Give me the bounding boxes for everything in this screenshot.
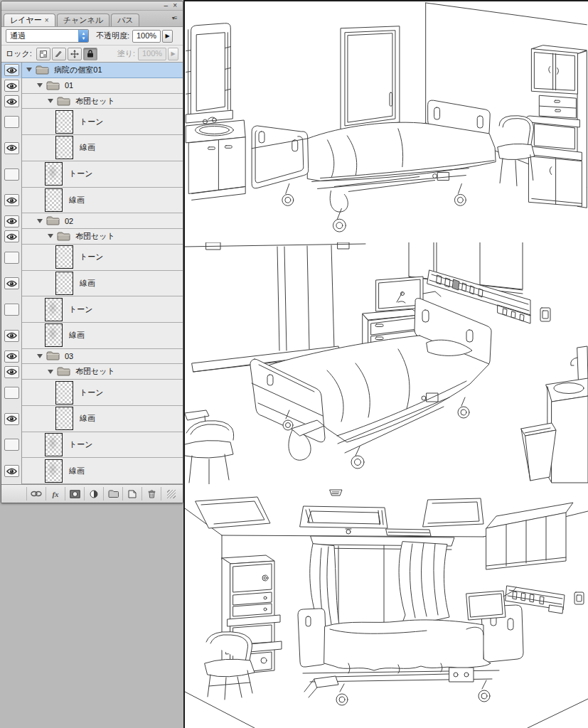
- link-layers-icon[interactable]: [26, 487, 46, 500]
- lock-position-icon[interactable]: [68, 48, 82, 60]
- layer-style-fx-icon[interactable]: fx: [46, 487, 65, 500]
- expand-triangle-icon[interactable]: [48, 370, 53, 374]
- layer-row[interactable]: 線画: [1, 271, 183, 297]
- new-adjustment-layer-icon[interactable]: [85, 487, 104, 500]
- panel-menu-icon[interactable]: ▾≡: [169, 14, 180, 23]
- layer-row[interactable]: 線画: [1, 406, 183, 432]
- eye-icon[interactable]: [4, 215, 19, 228]
- expand-triangle-icon[interactable]: [37, 219, 43, 223]
- stepper-icon[interactable]: ▲▼: [78, 30, 88, 42]
- eye-empty-toggle[interactable]: [4, 304, 19, 316]
- expand-triangle-icon[interactable]: [26, 68, 32, 72]
- eye-icon[interactable]: [4, 95, 19, 107]
- layer-row[interactable]: 線画: [1, 135, 183, 161]
- layer-row[interactable]: トーン: [1, 380, 183, 406]
- opacity-input[interactable]: 100%: [132, 30, 161, 43]
- tab-channels[interactable]: チャンネル: [57, 14, 109, 26]
- layer-thumbnail[interactable]: [45, 323, 63, 347]
- layer-row-body[interactable]: 病院の個室01: [22, 63, 183, 78]
- new-group-icon[interactable]: [104, 487, 123, 500]
- eye-icon[interactable]: [4, 366, 19, 378]
- layer-row-body[interactable]: 布団セット: [22, 94, 183, 109]
- layer-thumbnail[interactable]: [55, 245, 73, 269]
- group-row[interactable]: 布団セット: [1, 364, 183, 380]
- eye-empty-toggle[interactable]: [4, 387, 19, 399]
- expand-triangle-icon[interactable]: [48, 99, 53, 103]
- lock-all-icon[interactable]: [83, 48, 97, 60]
- layer-row-body[interactable]: 01: [22, 78, 183, 94]
- layer-row-body[interactable]: 03: [22, 349, 183, 365]
- group-row[interactable]: 03: [1, 349, 183, 365]
- layer-row-body[interactable]: 線画: [22, 135, 183, 161]
- group-row[interactable]: 病院の個室01: [1, 63, 183, 78]
- layer-thumbnail[interactable]: [55, 381, 73, 405]
- layer-row[interactable]: トーン: [1, 161, 183, 188]
- eye-icon[interactable]: [4, 350, 19, 363]
- layer-row[interactable]: 線画: [1, 458, 183, 484]
- add-layer-mask-icon[interactable]: [65, 487, 85, 500]
- layer-thumbnail[interactable]: [45, 433, 63, 456]
- eye-icon[interactable]: [4, 142, 19, 154]
- layer-thumbnail[interactable]: [55, 407, 73, 430]
- layer-row-body[interactable]: 線画: [22, 271, 183, 297]
- layer-row[interactable]: トーン: [1, 432, 183, 459]
- layer-row[interactable]: 線画: [1, 323, 183, 349]
- eye-empty-toggle[interactable]: [4, 168, 19, 181]
- new-layer-icon[interactable]: [123, 487, 142, 500]
- delete-layer-icon[interactable]: [142, 487, 161, 500]
- blend-mode-select[interactable]: 通過 ▲▼: [6, 29, 89, 43]
- lock-transparency-icon[interactable]: [36, 48, 50, 60]
- layer-thumbnail[interactable]: [55, 136, 73, 159]
- group-row[interactable]: 布団セット: [1, 229, 183, 245]
- layer-row-body[interactable]: 線画: [22, 458, 183, 484]
- eye-icon[interactable]: [4, 230, 19, 242]
- layer-row-body[interactable]: トーン: [22, 380, 183, 406]
- layer-thumbnail[interactable]: [45, 188, 63, 212]
- eye-empty-toggle[interactable]: [4, 439, 19, 451]
- document-canvas[interactable]: [183, 0, 588, 728]
- eye-icon[interactable]: [4, 465, 19, 477]
- expand-triangle-icon[interactable]: [37, 83, 43, 87]
- layer-row-body[interactable]: 布団セット: [22, 364, 183, 380]
- layer-row[interactable]: トーン: [1, 109, 183, 135]
- eye-icon[interactable]: [4, 330, 19, 342]
- group-row[interactable]: 布団セット: [1, 94, 183, 109]
- eye-icon[interactable]: [4, 413, 19, 425]
- eye-icon[interactable]: [4, 80, 19, 92]
- layer-row-body[interactable]: トーン: [22, 161, 183, 188]
- eye-icon[interactable]: [4, 64, 19, 76]
- tab-close-icon[interactable]: ×: [45, 16, 49, 24]
- layer-thumbnail[interactable]: [55, 110, 73, 134]
- layer-row-body[interactable]: 線画: [22, 323, 183, 349]
- eye-empty-toggle[interactable]: [4, 116, 19, 128]
- panel-resize-grip[interactable]: [167, 490, 176, 498]
- layer-row[interactable]: トーン: [1, 296, 183, 323]
- eye-icon[interactable]: [4, 277, 19, 289]
- layer-row-body[interactable]: 線画: [22, 406, 183, 432]
- lock-pixels-icon[interactable]: [52, 48, 66, 60]
- layer-row-body[interactable]: トーン: [22, 109, 183, 135]
- group-row[interactable]: 02: [1, 213, 183, 229]
- layer-row[interactable]: トーン: [1, 245, 183, 271]
- layer-row-body[interactable]: トーン: [22, 432, 183, 459]
- close-icon[interactable]: ×: [173, 2, 177, 9]
- layer-thumbnail[interactable]: [55, 272, 73, 295]
- layer-row[interactable]: 線画: [1, 188, 183, 214]
- layer-row-body[interactable]: 布団セット: [22, 229, 183, 245]
- minimize-icon[interactable]: –: [164, 2, 169, 9]
- layer-thumbnail[interactable]: [45, 459, 63, 483]
- group-row[interactable]: 01: [1, 78, 183, 94]
- layer-thumbnail[interactable]: [45, 162, 63, 186]
- eye-icon[interactable]: [4, 194, 19, 206]
- layer-thumbnail[interactable]: [45, 298, 63, 321]
- layer-row-body[interactable]: トーン: [22, 245, 183, 271]
- layer-row-body[interactable]: 線画: [22, 188, 183, 214]
- opacity-slider-arrow-icon[interactable]: ▶: [162, 30, 173, 43]
- layer-row-body[interactable]: 02: [22, 213, 183, 229]
- tab-layers[interactable]: レイヤー×: [4, 14, 55, 26]
- layer-row-body[interactable]: トーン: [22, 296, 183, 323]
- expand-triangle-icon[interactable]: [48, 234, 53, 238]
- expand-triangle-icon[interactable]: [37, 354, 43, 358]
- tab-paths[interactable]: パス: [111, 14, 140, 26]
- eye-empty-toggle[interactable]: [4, 252, 19, 264]
